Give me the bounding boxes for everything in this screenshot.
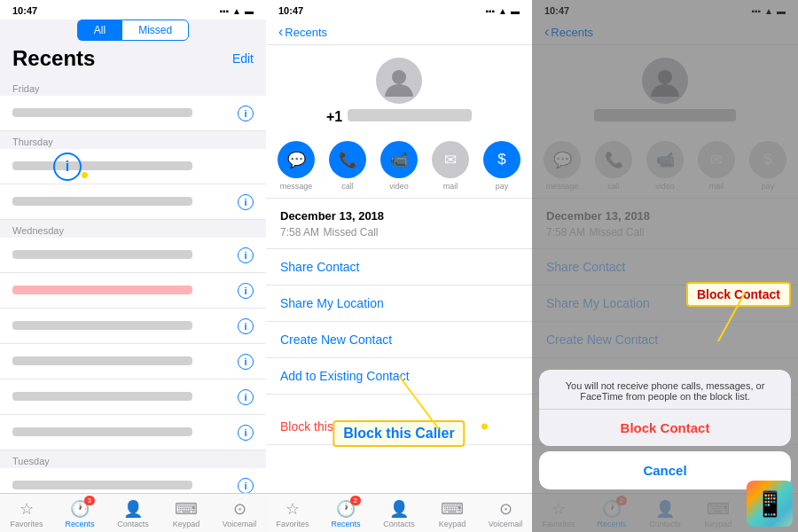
share-location-option[interactable]: Share My Location — [266, 286, 532, 322]
pay-button[interactable]: $ pay — [483, 141, 520, 191]
contact-name-blur — [12, 197, 192, 206]
contact-info — [12, 356, 238, 367]
tab-item-contacts-2[interactable]: 👤 Contacts — [372, 499, 426, 528]
list-item[interactable]: i — [0, 273, 266, 309]
annotation-text-3: Block Contact — [697, 287, 780, 301]
tab-all[interactable]: All — [77, 20, 121, 41]
pay-label: pay — [496, 182, 509, 191]
list-item[interactable]: i — [0, 468, 266, 493]
recents-icon-wrap-2: 🕐 2 — [336, 499, 356, 519]
info-icon[interactable]: i — [238, 425, 254, 441]
tab-item-favorites-2[interactable]: ☆ Favorites — [266, 499, 319, 528]
list-item[interactable]: i — [0, 184, 266, 220]
recents-top: Recents Edit — [12, 46, 254, 71]
time-2: 10:47 — [278, 5, 303, 16]
info-icon[interactable]: i — [238, 478, 254, 494]
status-bar-1: 10:47 ▪▪▪ ▲ ▬ — [0, 0, 266, 20]
section-wednesday: Wednesday — [0, 220, 266, 238]
contact-number-blur — [348, 109, 472, 121]
info-icon[interactable]: i — [238, 106, 254, 121]
edit-button[interactable]: Edit — [232, 51, 254, 66]
block-contact-button[interactable]: Block Contact — [539, 410, 791, 446]
tab-item-favorites[interactable]: ☆ Favorites — [0, 499, 53, 528]
contact-name-blur — [12, 427, 192, 436]
add-existing-option[interactable]: Add to Existing Contact — [266, 358, 532, 395]
back-chevron-icon: ‹ — [278, 25, 283, 39]
options-list-2: Share Contact Share My Location Create N… — [266, 249, 532, 493]
battery-icon-2: ▬ — [511, 6, 520, 16]
list-item[interactable]: i — [0, 344, 266, 379]
tab-label-recents: Recents — [65, 520, 94, 528]
info-icon[interactable]: i — [238, 354, 254, 370]
tab-item-keypad[interactable]: ⌨ Keypad — [160, 499, 213, 528]
block-caller-yellow-dot — [481, 424, 488, 430]
annotation-box-3: Block Contact — [686, 282, 791, 307]
tab-item-contacts[interactable]: 👤 Contacts — [106, 499, 160, 528]
screen2-phone: 10:47 ▪▪▪ ▲ ▬ ‹ Recents +1 — [266, 0, 532, 532]
tab-item-voicemail-2[interactable]: ⊙ Voicemail — [479, 499, 532, 528]
contact-name-blur — [12, 108, 192, 117]
avatar — [376, 58, 422, 104]
info-icon[interactable]: i — [238, 247, 254, 263]
recents-badge: 3 — [84, 496, 95, 505]
video-button[interactable]: 📹 video — [380, 141, 418, 191]
share-contact-option[interactable]: Share Contact — [266, 249, 532, 286]
tab-item-recents-2[interactable]: 🕐 2 Recents — [319, 499, 372, 528]
keypad-icon-2: ⌨ — [441, 499, 464, 519]
screen1-phone: 10:47 ▪▪▪ ▲ ▬ All Missed Recents Edit Fr… — [0, 0, 266, 532]
call-detail: December 13, 2018 7:58 AM Missed Call — [266, 198, 532, 249]
list-item[interactable]: i — [0, 238, 266, 273]
signal-icon: ▪▪▪ — [219, 6, 229, 16]
svg-point-0 — [392, 70, 406, 84]
contact-name-blur — [12, 392, 192, 401]
list-item[interactable]: i i — [0, 149, 266, 184]
tab-item-voicemail[interactable]: ⊙ Voicemail — [213, 499, 266, 528]
tab-missed[interactable]: Missed — [121, 20, 189, 41]
call-label: call — [341, 182, 354, 191]
contact-info — [12, 108, 238, 119]
list-item[interactable]: i — [0, 96, 266, 131]
section-tuesday: Tuesday — [0, 450, 266, 468]
contacts-icon-2: 👤 — [389, 499, 409, 519]
highlighted-info-icon[interactable]: i — [53, 153, 82, 181]
video-icon: 📹 — [380, 141, 418, 178]
back-button-2[interactable]: ‹ Recents — [278, 25, 327, 39]
tab-label-contacts: Contacts — [117, 520, 149, 528]
contact-info — [12, 250, 238, 261]
contact-info — [12, 286, 238, 296]
tab-bar-2: ☆ Favorites 🕐 2 Recents 👤 Contacts ⌨ Key… — [266, 493, 532, 532]
tab-label-keypad-2: Keypad — [439, 520, 466, 528]
recents-tabs: All Missed — [12, 20, 254, 41]
wifi-icon-2: ▲ — [498, 6, 507, 16]
call-button[interactable]: 📞 call — [329, 141, 366, 191]
action-buttons: 💬 message 📞 call 📹 video ✉ mail $ pay — [266, 134, 532, 198]
message-icon: 💬 — [278, 141, 315, 178]
contacts-icon: 👤 — [123, 499, 143, 519]
info-icon[interactable]: i — [238, 318, 254, 334]
list-item[interactable]: i — [0, 309, 266, 344]
info-icon[interactable]: i — [238, 194, 254, 210]
recents-title: Recents — [12, 46, 95, 71]
status-icons-1: ▪▪▪ ▲ ▬ — [219, 6, 254, 16]
tab-item-recents[interactable]: 🕐 3 Recents — [53, 499, 106, 528]
recents-header: All Missed Recents Edit — [0, 20, 266, 78]
tab-item-keypad-2[interactable]: ⌨ Keypad — [426, 499, 479, 528]
info-icon[interactable]: i — [238, 283, 254, 299]
contact-info — [12, 481, 238, 491]
contact-name-blur — [12, 356, 192, 365]
mail-button[interactable]: ✉ mail — [432, 141, 469, 191]
contact-name-blur — [12, 161, 192, 170]
contact-info — [12, 427, 238, 438]
screen3-phone: 10:47 ▪▪▪ ▲ ▬ ‹ Recents — [532, 0, 798, 532]
message-button[interactable]: 💬 message — [278, 141, 315, 191]
mail-icon: ✉ — [432, 141, 469, 178]
wifi-icon: ▲ — [232, 6, 241, 16]
section-friday: Friday — [0, 78, 266, 96]
action-sheet: You will not receive phone calls, messag… — [539, 370, 791, 489]
info-icon[interactable]: i — [238, 389, 254, 405]
list-item[interactable]: i — [0, 415, 266, 450]
create-contact-option[interactable]: Create New Contact — [266, 322, 532, 358]
favorites-icon-2: ☆ — [286, 499, 300, 519]
list-item[interactable]: i — [0, 379, 266, 415]
status-bar-2: 10:47 ▪▪▪ ▲ ▬ — [266, 0, 532, 20]
